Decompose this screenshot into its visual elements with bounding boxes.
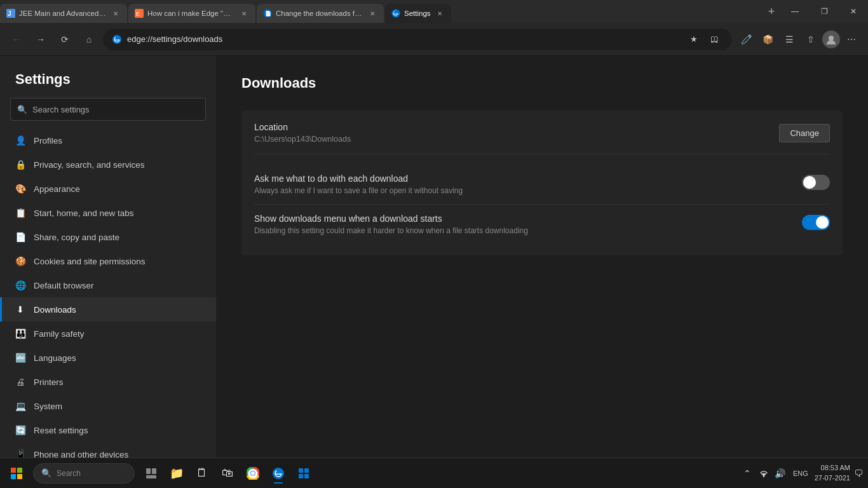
languages-icon: 🔤 <box>15 352 26 363</box>
sidebar-item-share-copy[interactable]: 📄Share, copy and paste <box>0 225 216 249</box>
back-button[interactable]: ← <box>6 29 27 50</box>
settings-nav: 👤Profiles🔒Privacy, search, and services🎨… <box>0 128 216 488</box>
cookies-icon: 🍪 <box>15 255 26 267</box>
edge-taskbar-icon <box>272 467 285 480</box>
tab-tab2[interactable]: EHow can i make Edge "Ask whe...✕ <box>128 4 255 23</box>
search-icon: 🔍 <box>17 105 27 114</box>
downloads-section: Location C:\Users\op143\Downloads Change… <box>241 111 843 255</box>
start-home-icon: 📋 <box>15 207 26 219</box>
svg-rect-22 <box>299 474 303 478</box>
windows-logo-icon <box>10 467 23 480</box>
toggle-label-show-menu: Show downloads menu when a download star… <box>254 214 528 224</box>
show-hidden-icon[interactable]: ⌃ <box>741 467 754 480</box>
reset-settings-icon: 🔄 <box>15 424 26 436</box>
taskbar-app-file-explorer[interactable]: 📁 <box>165 462 188 485</box>
sidebar-item-family-safety[interactable]: 👪Family safety <box>0 322 216 346</box>
minimize-button[interactable]: — <box>780 0 810 23</box>
sidebar-item-profiles[interactable]: 👤Profiles <box>0 128 216 152</box>
reading-mode-icon[interactable]: 🕮 <box>705 30 723 48</box>
sidebar-item-cookies[interactable]: 🍪Cookies and site permissions <box>0 249 216 273</box>
close-button[interactable]: ✕ <box>839 0 868 23</box>
new-tab-button[interactable]: + <box>763 3 780 20</box>
sidebar-item-downloads[interactable]: ⬇Downloads <box>0 297 216 322</box>
tab-close-tab3[interactable]: ✕ <box>367 8 377 18</box>
sidebar-label-system: System <box>34 402 62 411</box>
tab-title-tab1: JEE Main and Advanced Prepara... <box>19 10 107 17</box>
sidebar-label-appearance: Appearance <box>34 184 80 194</box>
taskbar-app-app-extra[interactable] <box>292 462 315 485</box>
setting-row-show-menu: Show downloads menu when a download star… <box>254 205 830 244</box>
taskbar: 🔍 Search 📁🗒🛍 ⌃ 🔊 ENG 08:53 AM 27-07-2021… <box>0 458 868 488</box>
toolbar: 🧷 📦 ☰ ⇧ ⋯ <box>736 29 862 50</box>
start-button[interactable] <box>5 462 28 485</box>
sidebar-label-downloads: Downloads <box>34 305 76 315</box>
taskbar-app-task-view[interactable] <box>140 462 163 485</box>
system-clock[interactable]: 08:53 AM 27-07-2021 <box>815 463 850 483</box>
location-label: Location <box>254 122 351 132</box>
extensions-icon[interactable]: 🧷 <box>736 29 756 50</box>
tab-tab1[interactable]: JJEE Main and Advanced Prepara...✕ <box>0 4 127 23</box>
volume-icon[interactable]: 🔊 <box>774 467 787 480</box>
favorites-icon[interactable]: ★ <box>685 30 703 48</box>
svg-rect-11 <box>11 474 16 479</box>
sidebar-item-languages[interactable]: 🔤Languages <box>0 346 216 370</box>
sidebar-item-system[interactable]: 💻System <box>0 394 216 418</box>
tab-close-tab2[interactable]: ✕ <box>239 8 249 18</box>
toggle-switch-ask-download[interactable] <box>802 175 830 190</box>
taskbar-app-sticky-notes[interactable]: 🗒 <box>191 462 214 485</box>
system-icon: 💻 <box>15 400 26 412</box>
chrome-taskbar-icon <box>247 467 259 480</box>
taskbar-app-chrome[interactable] <box>241 462 264 485</box>
downloads-icon: ⬇ <box>15 304 26 315</box>
svg-rect-10 <box>17 468 22 473</box>
share-copy-icon: 📄 <box>15 231 26 243</box>
tab-tab3[interactable]: 📄Change the downloads folder lo...✕ <box>257 4 384 23</box>
svg-rect-21 <box>304 468 309 473</box>
main-layout: Settings 🔍 Search settings 👤Profiles🔒Pri… <box>0 56 868 488</box>
search-settings-input[interactable]: Search settings <box>32 105 199 114</box>
tab-tab4[interactable]: Settings✕ <box>385 4 451 23</box>
taskbar-app-store[interactable]: 🛍 <box>216 462 239 485</box>
task-view-icon <box>146 468 157 479</box>
toggle-rows: Ask me what to do with each downloadAlwa… <box>254 165 830 244</box>
taskbar-search[interactable]: 🔍 Search <box>33 463 135 484</box>
maximize-button[interactable]: ❐ <box>810 0 839 23</box>
notification-button[interactable]: 🗨 <box>854 468 863 478</box>
profile-avatar-icon <box>825 34 837 45</box>
addressbar: ← → ⟳ ⌂ edge://settings/downloads ★ 🕮 🧷 … <box>0 23 868 56</box>
language-indicator[interactable]: ENG <box>790 470 811 477</box>
sidebar-item-printers[interactable]: 🖨Printers <box>0 370 216 394</box>
titlebar: JJEE Main and Advanced Prepara...✕EHow c… <box>0 0 868 23</box>
tab-close-tab1[interactable]: ✕ <box>111 8 121 18</box>
svg-rect-12 <box>17 474 22 479</box>
taskbar-app-edge[interactable] <box>267 462 290 485</box>
network-icon[interactable] <box>757 467 770 480</box>
tab-title-tab2: How can i make Edge "Ask whe... <box>147 10 235 17</box>
sidebar-item-default-browser[interactable]: 🌐Default browser <box>0 273 216 297</box>
appearance-icon: 🎨 <box>15 183 26 194</box>
sidebar-label-profiles: Profiles <box>34 136 62 146</box>
sidebar-item-privacy[interactable]: 🔒Privacy, search, and services <box>0 152 216 177</box>
address-action-icons: ★ 🕮 <box>685 30 723 48</box>
sidebar-item-reset-settings[interactable]: 🔄Reset settings <box>0 418 216 442</box>
address-bar[interactable]: edge://settings/downloads ★ 🕮 <box>103 29 732 50</box>
search-settings-box[interactable]: 🔍 Search settings <box>10 98 206 121</box>
sidebar-icon[interactable]: ☰ <box>779 29 799 50</box>
collections-icon[interactable]: 📦 <box>757 29 778 50</box>
more-options-button[interactable]: ⋯ <box>841 29 862 50</box>
tab-close-tab4[interactable]: ✕ <box>435 8 445 18</box>
tab-favicon-tab1: J <box>6 9 15 18</box>
forward-button[interactable]: → <box>31 29 51 50</box>
share-icon[interactable]: ⇧ <box>801 29 821 50</box>
svg-rect-13 <box>146 468 151 474</box>
change-location-button[interactable]: Change <box>779 124 830 142</box>
toggle-text-show-menu: Show downloads menu when a download star… <box>254 214 528 235</box>
home-button[interactable]: ⌂ <box>79 29 99 50</box>
refresh-button[interactable]: ⟳ <box>55 29 75 50</box>
profiles-icon: 👤 <box>15 135 26 146</box>
location-info: Location C:\Users\op143\Downloads <box>254 122 351 144</box>
sidebar-item-appearance[interactable]: 🎨Appearance <box>0 177 216 201</box>
toggle-switch-show-menu[interactable] <box>802 215 830 230</box>
sidebar-item-start-home[interactable]: 📋Start, home, and new tabs <box>0 201 216 225</box>
profile-button[interactable] <box>822 30 840 48</box>
